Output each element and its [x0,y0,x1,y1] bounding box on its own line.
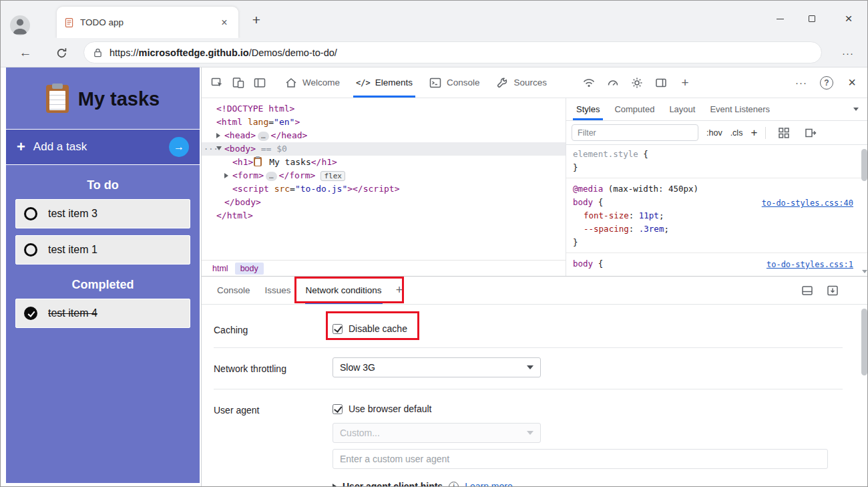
drawer-tab-issues[interactable]: Issues [258,277,298,304]
element-states-icon[interactable] [774,123,794,143]
style-rule-line[interactable]: font-size: 11pt; [566,209,868,222]
dom-tree-line[interactable]: <head>…</head> [202,129,566,142]
dom-tree-line[interactable]: <form>…</form>flex [202,169,566,182]
style-rule-line[interactable]: element.style { [566,148,868,161]
dock-quickview-icon[interactable] [797,281,817,301]
dock-side-icon[interactable] [651,73,671,93]
performance-gauge-icon[interactable] [603,73,623,93]
window-minimize-button[interactable] [765,7,795,30]
tab-computed[interactable]: Computed [607,98,662,120]
unchecked-circle-icon[interactable] [24,243,37,257]
info-icon[interactable]: i [449,482,459,487]
collapsed-content-icon[interactable]: … [266,172,277,181]
dom-tree-line[interactable]: <h1> My tasks</h1> [202,156,566,169]
browser-tab[interactable]: TODO app × [57,7,238,38]
task-item[interactable]: test item 1 [15,235,190,265]
close-devtools-icon[interactable]: × [842,73,862,93]
add-drawer-tab-button[interactable]: + [396,283,403,297]
dom-tree-line[interactable]: <script src="to-do.js"></script> [202,182,566,196]
dom-tree-line[interactable]: <html lang="en"> [202,116,566,129]
new-style-rule-icon[interactable] [801,123,821,143]
window-maximize-button[interactable] [797,7,827,30]
expand-quickview-icon[interactable] [823,281,843,301]
lock-icon[interactable] [92,47,103,59]
profile-avatar[interactable] [10,15,30,35]
disclosure-right-icon[interactable] [224,169,232,182]
browser-window: TODO app × + × ← https://microsoftedge.g… [0,0,868,487]
drawer-tab-network-conditions[interactable]: Network conditions [298,277,389,304]
back-button[interactable]: ← [15,43,35,63]
tab-elements[interactable]: </>Elements [348,67,421,98]
scroll-down-icon [862,270,867,273]
learn-more-link[interactable]: Learn more [465,481,513,487]
task-item[interactable]: test item 3 [15,199,190,228]
browser-menu-icon[interactable]: ··· [838,43,858,63]
submit-task-button[interactable]: → [169,137,189,157]
styles-scrollbar[interactable] [860,145,868,276]
tab-console[interactable]: Console [421,67,488,98]
stylesheet-link[interactable]: to-do-styles.css:1 [767,258,853,271]
drawer-scrollbar[interactable] [861,309,867,375]
app-header: My tasks [6,67,200,113]
inspect-icon[interactable] [207,73,227,93]
chevron-down-icon [527,365,533,369]
class-toggle[interactable]: .cls [730,128,743,138]
refresh-button[interactable] [51,43,71,63]
dom-tree-line[interactable]: <!DOCTYPE html> [202,102,566,116]
tab-styles[interactable]: Styles [569,98,607,120]
device-toolbar-icon[interactable] [228,73,248,93]
disclosure-right-icon[interactable] [216,129,224,142]
add-task-row[interactable]: + Add a task → [6,129,200,165]
use-browser-default-label[interactable]: Use browser default [349,403,432,414]
window-close-button[interactable]: × [833,7,864,30]
tab-welcome[interactable]: Welcome [276,67,348,98]
panel-layout-icon[interactable] [250,73,270,93]
style-rule-line[interactable]: body {to-do-styles.css:40 [566,196,868,209]
style-rule-line[interactable]: --spacing: .3rem; [566,222,868,236]
more-options-icon[interactable]: ··· [791,73,811,93]
chevron-down-icon[interactable] [853,108,859,111]
style-rule-line[interactable]: } [566,236,868,249]
disable-cache-checkbox[interactable] [333,324,343,334]
help-icon[interactable]: ? [817,73,837,93]
client-hints-row[interactable]: User agent client hints i Learn more [333,481,513,487]
tab-label: Elements [375,77,413,88]
unchecked-circle-icon[interactable] [24,207,37,220]
breadcrumb-body[interactable]: body [235,263,264,275]
style-rule-line[interactable]: body {to-do-styles.css:1 [566,257,868,271]
styles-tabs: StylesComputedLayoutEvent Listeners [566,98,868,121]
tab-sources[interactable]: Sources [488,67,556,98]
flex-badge[interactable]: flex [320,171,345,181]
pseudo-state-toggle[interactable]: :hov [706,128,722,138]
custom-ua-select[interactable]: Custom... [333,423,541,443]
collapsed-content-icon[interactable]: … [258,132,269,141]
breadcrumb-html[interactable]: html [207,263,234,275]
tab-layout[interactable]: Layout [662,98,702,120]
dom-tree-line[interactable]: </body> [202,196,566,209]
use-browser-default-checkbox[interactable] [333,404,343,414]
throttling-select[interactable]: Slow 3G [333,357,541,377]
node-options-icon[interactable]: ··· [204,142,218,156]
new-style-rule-button[interactable]: + [750,126,757,140]
styles-filter-input[interactable] [572,124,698,141]
stylesheet-link[interactable]: to-do-styles.css:40 [762,196,853,210]
network-conditions-icon[interactable] [579,73,599,93]
add-task-label[interactable]: Add a task [33,140,161,154]
devtools-toolbar: Welcome</>ElementsConsoleSources + ···?× [202,67,868,98]
dom-tree-line[interactable]: ···<body> == $0 [202,142,566,156]
tab-close-icon[interactable]: × [217,15,232,30]
add-tool-icon[interactable]: + [675,73,695,93]
drawer-tab-console[interactable]: Console [210,277,258,304]
checked-circle-icon[interactable] [24,307,37,320]
style-rule-line[interactable]: } [566,161,868,174]
style-rule-line[interactable]: @media (max-width: 450px) [566,182,868,196]
dom-tree-line[interactable]: </html> [202,209,566,222]
address-bar[interactable]: https://microsoftedge.github.io/Demos/de… [83,41,822,63]
task-item[interactable]: test item 4 [15,299,190,328]
tab-event-listeners[interactable]: Event Listeners [702,98,777,120]
disable-cache-label[interactable]: Disable cache [349,323,407,334]
settings-gear-icon[interactable] [627,73,647,93]
new-tab-button[interactable]: + [249,13,264,27]
custom-ua-input[interactable] [333,449,828,469]
disclosure-right-icon[interactable] [333,484,337,487]
